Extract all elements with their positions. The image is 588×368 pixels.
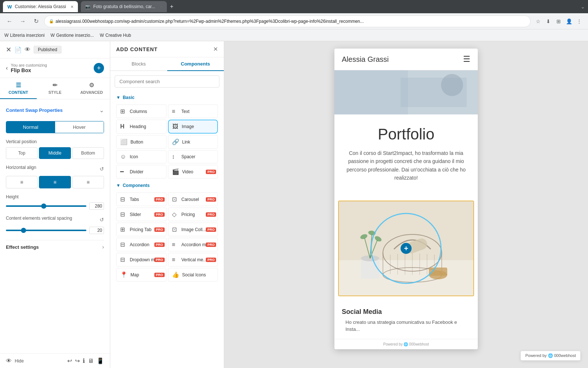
add-content-close-button[interactable]: ✕ xyxy=(213,46,218,53)
image-coll-item[interactable]: ⊡ Image Coll... PRO xyxy=(168,223,218,236)
active-tab-close[interactable]: ✕ xyxy=(71,5,74,9)
text-icon: ≡ xyxy=(172,108,179,115)
bookmark-item[interactable]: W Gestione inserzio... xyxy=(50,33,94,38)
tab-advanced[interactable]: ⚙ ADVANCED xyxy=(73,78,110,99)
card-title: Social Media xyxy=(342,308,470,316)
profile-icon[interactable]: 👤 xyxy=(564,17,573,26)
accordion-item[interactable]: ⊟ Accordion PRO xyxy=(116,238,166,251)
vertical-me-item[interactable]: ≡ Vertical me... PRO xyxy=(168,253,218,266)
heading-item[interactable]: H Heading xyxy=(116,120,166,134)
tab-content[interactable]: ☰ CONTENT xyxy=(0,78,37,99)
height-value[interactable]: 280 xyxy=(89,202,104,210)
align-right-button[interactable]: ≡ xyxy=(72,176,104,188)
inactive-tab-close[interactable]: ✕ xyxy=(159,5,162,9)
reload-button[interactable]: ↻ xyxy=(31,16,41,26)
active-tab[interactable]: W Customise: Alessia Grassi ✕ xyxy=(3,1,78,12)
bookmark-icon: W xyxy=(50,33,54,38)
blocks-tab[interactable]: Blocks xyxy=(110,57,167,71)
tabs-item[interactable]: ⊟ Tabs PRO xyxy=(116,192,166,206)
svg-rect-1 xyxy=(334,70,408,114)
back-arrow-icon[interactable]: ‹ xyxy=(6,65,8,71)
content-spacing-value[interactable]: 20 xyxy=(89,227,104,234)
link-label: Link xyxy=(182,139,190,145)
add-element-button[interactable]: + xyxy=(94,63,104,73)
eye-icon[interactable]: 👁 xyxy=(25,46,31,53)
search-input[interactable] xyxy=(115,75,219,88)
components-section-header[interactable]: ▼ Components xyxy=(113,180,221,191)
content-spacing-reset[interactable]: ↺ xyxy=(100,217,104,223)
pricing-item[interactable]: ◇ Pricing PRO xyxy=(168,208,218,221)
download-icon[interactable]: ⬇ xyxy=(544,17,553,26)
basic-section-header[interactable]: ▼ Basic xyxy=(113,92,221,103)
link-item[interactable]: 🔗 Link xyxy=(168,135,218,149)
new-tab-button[interactable]: + xyxy=(170,3,173,10)
slider-item[interactable]: ⊟ Slider PRO xyxy=(116,208,166,221)
position-middle-button[interactable]: Middle xyxy=(39,147,71,159)
site-header: Alessia Grassi ☰ xyxy=(334,49,478,70)
hero-image xyxy=(334,70,478,114)
published-button[interactable]: Published xyxy=(33,46,62,54)
content-spacing-container: 20 xyxy=(6,227,104,234)
effect-settings-row[interactable]: Effect settings › xyxy=(6,240,104,254)
undo-button[interactable]: ↩ xyxy=(67,357,72,364)
tabs-icon: ⊟ xyxy=(120,196,127,203)
bookmark-item[interactable]: W Libreria inserzioni xyxy=(4,33,44,38)
align-center-button[interactable]: ≡ xyxy=(39,176,71,188)
hover-button[interactable]: Hover xyxy=(55,121,104,133)
hamburger-menu-icon[interactable]: ☰ xyxy=(463,54,470,64)
height-slider[interactable] xyxy=(6,205,86,207)
portfolio-desc: Con il corso di Start2Impact, ho trasfor… xyxy=(342,149,470,182)
divider-label: Divider xyxy=(130,169,143,174)
bookmarks-bar: W Libreria inserzioni W Gestione inserzi… xyxy=(0,29,588,41)
slider-icon: ⊟ xyxy=(120,211,127,218)
social-icons-item[interactable]: 👍 Social Icons xyxy=(168,268,218,282)
customizer-close-button[interactable]: ✕ xyxy=(6,46,11,54)
map-item[interactable]: 📍 Map PRO xyxy=(116,268,166,282)
back-button[interactable]: ← xyxy=(4,16,15,26)
footer-info-button[interactable]: ℹ xyxy=(83,357,85,364)
mobile-view-button[interactable]: 📱 xyxy=(97,357,104,364)
inactive-tab[interactable]: 📷 Foto gratuita di bellissimo, car... ✕ xyxy=(81,1,167,12)
desktop-view-button[interactable]: 🖥 xyxy=(88,357,94,364)
image-coll-icon: ⊡ xyxy=(172,226,179,233)
normal-button[interactable]: Normal xyxy=(6,121,55,133)
content-spacing-slider[interactable] xyxy=(6,230,86,231)
spacer-icon: ↕ xyxy=(172,153,179,160)
menu-icon[interactable]: ⋮ xyxy=(575,17,584,26)
forward-button[interactable]: → xyxy=(18,16,28,26)
align-left-button[interactable]: ≡ xyxy=(6,176,37,188)
hide-button[interactable]: Hide xyxy=(15,358,24,364)
svg-point-3 xyxy=(441,74,463,96)
divider-item[interactable]: ━ Divider xyxy=(116,165,166,178)
extension-icon[interactable]: ⊞ xyxy=(554,17,563,26)
components-tab[interactable]: Components xyxy=(167,57,224,71)
icon-item[interactable]: ☺ Icon xyxy=(116,150,166,163)
horizontal-align-reset[interactable]: ↺ xyxy=(100,166,104,172)
pricing-tab-item[interactable]: ⊞ Pricing Tab PRO xyxy=(116,223,166,236)
pricing-pro-badge: PRO xyxy=(206,212,216,217)
address-bar[interactable]: 🔒 alessiagrassi.000webhostapp.com/wp-adm… xyxy=(44,15,531,27)
video-item[interactable]: 🎬 Video PRO xyxy=(168,165,218,178)
carousel-item[interactable]: ⊡ Carousel PRO xyxy=(168,192,218,206)
position-top-button[interactable]: Top xyxy=(6,147,37,159)
image-item[interactable]: 🖼 Image xyxy=(168,120,218,134)
tab-style[interactable]: ✏ STYLE xyxy=(37,78,74,99)
carousel-label: Carousel xyxy=(182,197,199,202)
redo-button[interactable]: ↪ xyxy=(75,357,80,364)
accordion-menu-item[interactable]: ≡ Accordion menu PRO xyxy=(168,238,218,251)
position-bottom-button[interactable]: Bottom xyxy=(72,147,104,159)
spacer-item[interactable]: ↕ Spacer xyxy=(168,150,218,163)
bookmark-star-icon[interactable]: ☆ xyxy=(534,17,542,26)
doc-icon[interactable]: 📄 xyxy=(14,46,22,53)
image-coll-pro-badge: PRO xyxy=(206,227,216,232)
bookmark-item[interactable]: W Creative Hub xyxy=(100,33,131,38)
vertical-me-label: Vertical me... xyxy=(182,257,207,262)
height-label: Height xyxy=(6,194,104,199)
content-swap-properties-header[interactable]: Content Swap Properties ⌄ xyxy=(6,104,104,117)
text-item[interactable]: ≡ Text xyxy=(168,105,218,118)
customizer-footer: 👁 Hide ↩ ↪ ℹ 🖥 📱 xyxy=(0,353,110,368)
button-item[interactable]: ⬜ Button xyxy=(116,135,166,149)
customizer-content: Content Swap Properties ⌄ Normal Hover V… xyxy=(0,99,110,353)
dropdown-menu-item[interactable]: ⊟ Dropdown menu PRO xyxy=(116,253,166,266)
columns-item[interactable]: ⊞ Columns xyxy=(116,105,166,118)
